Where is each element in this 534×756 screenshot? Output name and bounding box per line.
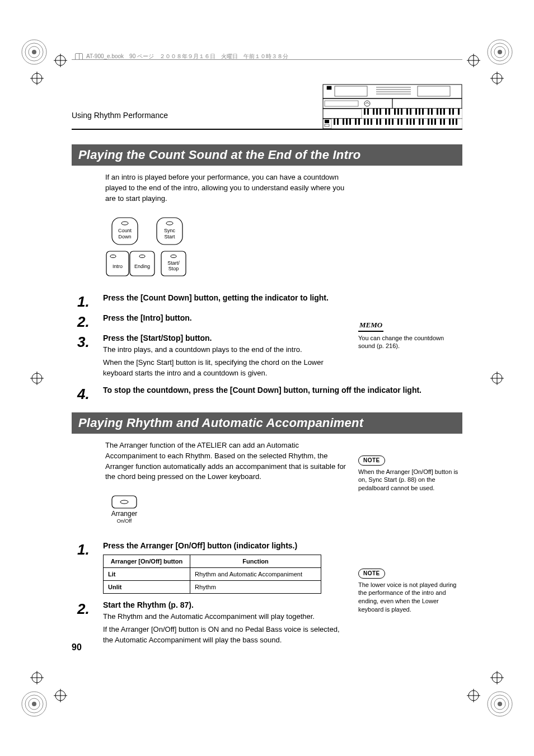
svg-rect-110 bbox=[452, 119, 454, 125]
table-header: Function bbox=[190, 555, 321, 568]
step-text: The Rhythm and the Automatic Accompanime… bbox=[103, 612, 344, 622]
svg-point-3 bbox=[32, 50, 36, 54]
svg-text:Start/: Start/ bbox=[167, 260, 180, 266]
crop-mark-side-l2 bbox=[30, 372, 44, 385]
svg-rect-105 bbox=[431, 119, 433, 125]
svg-rect-89 bbox=[364, 119, 366, 125]
svg-point-15 bbox=[498, 702, 502, 706]
step-title: Press the Arranger [On/Off] button (indi… bbox=[103, 541, 462, 550]
svg-rect-49 bbox=[335, 86, 367, 96]
step-number: 3 bbox=[77, 334, 103, 381]
svg-rect-97 bbox=[397, 119, 399, 125]
registration-ring-tr bbox=[487, 39, 513, 65]
svg-rect-114 bbox=[325, 120, 329, 123]
svg-rect-60 bbox=[367, 109, 369, 115]
svg-point-122 bbox=[166, 222, 173, 225]
svg-rect-61 bbox=[373, 109, 374, 115]
svg-rect-111 bbox=[456, 119, 457, 125]
memo-text: You can change the countdown sound (p. 2… bbox=[358, 334, 459, 351]
svg-point-113 bbox=[364, 101, 370, 106]
step-number: 2 bbox=[77, 600, 103, 648]
svg-rect-94 bbox=[385, 119, 387, 125]
svg-rect-65 bbox=[388, 109, 390, 115]
page-number: 90 bbox=[72, 642, 82, 652]
note-badge: NOTE bbox=[358, 456, 385, 466]
svg-rect-59 bbox=[364, 109, 366, 115]
svg-rect-80 bbox=[452, 109, 454, 115]
svg-rect-103 bbox=[422, 119, 424, 125]
svg-rect-87 bbox=[355, 119, 357, 125]
step-title: Press the [Count Down] button, getting t… bbox=[103, 293, 462, 302]
svg-rect-50 bbox=[418, 86, 450, 96]
svg-point-11 bbox=[32, 702, 36, 706]
note-text: When the Arranger [On/Off] button is on,… bbox=[358, 468, 459, 493]
svg-rect-79 bbox=[449, 109, 451, 115]
section-rule bbox=[72, 129, 462, 130]
table-row: Unlit Rhythm bbox=[104, 581, 321, 594]
svg-text:Intro: Intro bbox=[113, 264, 123, 269]
svg-point-119 bbox=[121, 222, 128, 225]
svg-rect-72 bbox=[419, 109, 420, 115]
svg-rect-75 bbox=[431, 109, 433, 115]
step-title: To stop the countdown, press the [Count … bbox=[103, 386, 462, 395]
svg-rect-81 bbox=[458, 109, 460, 115]
header-divider bbox=[72, 59, 462, 60]
note-box-2: NOTE The lower voice is not played durin… bbox=[358, 569, 459, 614]
crop-mark-side-r1 bbox=[490, 72, 504, 85]
svg-rect-115 bbox=[325, 124, 329, 126]
svg-rect-77 bbox=[440, 109, 442, 115]
svg-rect-64 bbox=[385, 109, 387, 115]
svg-rect-66 bbox=[394, 109, 396, 115]
crop-mark-side-l1 bbox=[30, 72, 44, 85]
note-badge: NOTE bbox=[358, 569, 385, 579]
section1-intro: If an intro is played before your perfor… bbox=[105, 172, 346, 204]
svg-rect-96 bbox=[392, 119, 394, 125]
svg-point-132 bbox=[171, 255, 176, 257]
crop-mark-inner-br bbox=[467, 689, 480, 702]
svg-rect-91 bbox=[371, 119, 372, 125]
table-cell: Unlit bbox=[104, 581, 190, 594]
step-number: 1 bbox=[77, 541, 103, 596]
svg-rect-95 bbox=[388, 119, 390, 125]
memo-badge: MEMO bbox=[358, 320, 383, 332]
button-diagram: Count Down Sync Start Intro Ending Start… bbox=[105, 217, 206, 278]
svg-rect-48 bbox=[327, 86, 331, 90]
svg-text:Ending: Ending bbox=[134, 264, 150, 269]
svg-rect-58 bbox=[331, 119, 462, 129]
table-cell: Rhythm and Automatic Accompaniment bbox=[190, 568, 321, 581]
registration-ring-bl bbox=[21, 691, 47, 717]
crop-mark-side-l3 bbox=[30, 671, 44, 684]
section2-title: Playing Rhythm and Automatic Accompanime… bbox=[72, 412, 462, 434]
svg-rect-106 bbox=[434, 119, 436, 125]
registration-ring-tl bbox=[21, 39, 47, 65]
svg-rect-86 bbox=[349, 119, 351, 125]
svg-rect-108 bbox=[443, 119, 445, 125]
svg-rect-98 bbox=[401, 119, 402, 125]
svg-rect-63 bbox=[380, 109, 381, 115]
step-text: The intro plays, and a countdown plays t… bbox=[103, 345, 344, 355]
step-text: If the Arranger [On/Off] button is ON an… bbox=[103, 624, 344, 646]
crop-mark-inner-tl bbox=[54, 54, 67, 67]
svg-point-129 bbox=[139, 255, 145, 257]
step-number: 2 bbox=[77, 313, 103, 329]
arranger-sublabel: On/Off bbox=[117, 518, 132, 524]
product-illustration bbox=[322, 84, 462, 129]
section2-intro: The Arranger function of the ATELIER can… bbox=[105, 440, 346, 482]
svg-point-136 bbox=[120, 500, 128, 504]
crop-mark-side-r3 bbox=[490, 671, 504, 684]
svg-point-7 bbox=[498, 50, 502, 54]
step-text: When the [Sync Start] button is lit, spe… bbox=[103, 358, 344, 379]
svg-text:Start: Start bbox=[164, 234, 175, 240]
arranger-function-table: Arranger [On/Off] button Function Lit Rh… bbox=[103, 555, 321, 594]
svg-rect-88 bbox=[358, 119, 360, 125]
svg-rect-83 bbox=[337, 119, 339, 125]
table-cell: Rhythm bbox=[190, 581, 321, 594]
svg-text:Stop: Stop bbox=[168, 266, 179, 271]
svg-rect-109 bbox=[449, 119, 451, 125]
svg-rect-68 bbox=[401, 109, 402, 115]
page: AT-900_e.book 90 ページ ２００８年９月１６日 火曜日 午前１０… bbox=[0, 0, 534, 756]
table-cell: Lit bbox=[104, 568, 190, 581]
arranger-label: Arranger bbox=[111, 510, 138, 518]
svg-rect-76 bbox=[437, 109, 438, 115]
note-box-1: NOTE When the Arranger [On/Off] button i… bbox=[358, 456, 459, 492]
